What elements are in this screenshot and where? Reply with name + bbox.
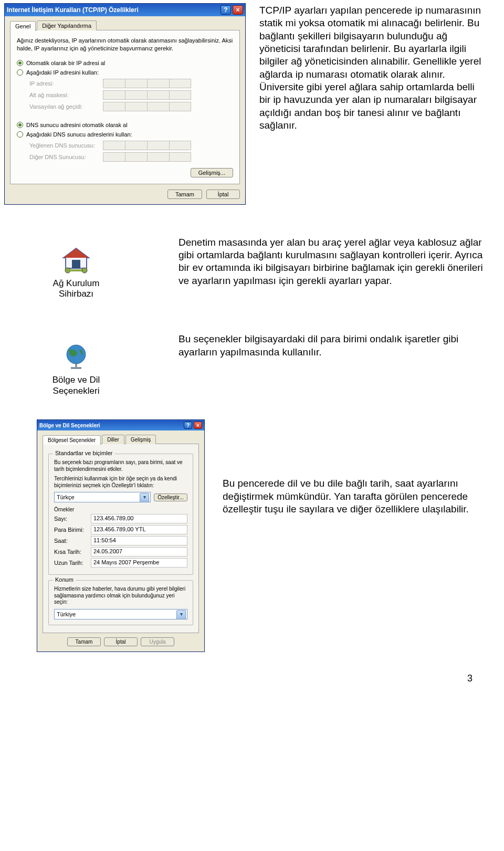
gelismis-button[interactable]: Gelişmiş... bbox=[191, 168, 233, 177]
k-para: Para Birimi: bbox=[54, 527, 91, 533]
iptal-button[interactable]: İptal bbox=[206, 190, 240, 199]
location-select-value: Türkiye bbox=[57, 611, 76, 617]
ozellestir-button[interactable]: Özelleştir... bbox=[154, 493, 187, 501]
radio-dns-auto[interactable] bbox=[17, 122, 23, 128]
v-saat: 11:50:54 bbox=[91, 536, 187, 545]
examples-title: Örnekler bbox=[54, 507, 187, 512]
svg-marker-1 bbox=[64, 248, 89, 258]
v-uzun-tarih: 24 Mayıs 2007 Perşembe bbox=[91, 558, 187, 568]
tcpip-titlebar: Internet İletişim Kuralları (TCP/IP) Öze… bbox=[5, 4, 245, 16]
tcpip-dialog: Internet İletişim Kuralları (TCP/IP) Öze… bbox=[4, 3, 246, 205]
cpl-regional[interactable]: Bölge ve Dil Seçenekleri bbox=[0, 333, 116, 398]
varsayilan-gecidi-field bbox=[103, 102, 233, 111]
radio-ip-manual-label: Aşağıdaki IP adresini kullan: bbox=[26, 69, 99, 76]
location-intro: Hizmetlerin size haberler, hava durumu g… bbox=[54, 586, 187, 606]
diger-dns-field bbox=[103, 152, 233, 162]
radio-ip-auto[interactable] bbox=[17, 60, 23, 66]
tcpip-title: Internet İletişim Kuralları (TCP/IP) Öze… bbox=[7, 6, 139, 14]
paragraph-tcpip: TCP/IP ayarları yapılan pencerede ip num… bbox=[259, 4, 488, 132]
formats-intro1: Bu seçenek bazı programların sayı, para … bbox=[54, 459, 187, 472]
v-sayi: 123.456.789,00 bbox=[91, 514, 187, 523]
radio-dns-auto-label: DNS sunucu adresini otomatik olarak al bbox=[26, 122, 128, 128]
location-select[interactable]: Türkiye bbox=[54, 609, 187, 619]
close-button[interactable]: × bbox=[233, 5, 243, 15]
label-diger-dns: Diğer DNS Sunucusu: bbox=[29, 154, 103, 160]
cpl-network-wizard[interactable]: Ağ Kurulum Sihirbazı bbox=[0, 236, 116, 302]
k-kisa-tarih: Kısa Tarih: bbox=[54, 549, 91, 555]
tab-diger-yapilandirma[interactable]: Diğer Yapılandırma bbox=[37, 20, 97, 30]
tab-diller[interactable]: Diller bbox=[102, 435, 124, 444]
radio-ip-auto-label: Otomatik olarak bir IP adresi al bbox=[26, 60, 105, 66]
iptal-button[interactable]: İptal bbox=[104, 637, 138, 646]
region-dialog: Bölge ve Dil Seçenekleri ? × Bölgesel Se… bbox=[37, 419, 205, 652]
uygula-button[interactable]: Uygula bbox=[141, 637, 174, 646]
label-alt-ag-maskesi: Alt ağ maskesi: bbox=[29, 92, 103, 98]
k-saat: Saat: bbox=[54, 538, 91, 544]
tamam-button[interactable]: Tamam bbox=[67, 637, 101, 646]
region-titlebar: Bölge ve Dil Seçenekleri ? × bbox=[37, 420, 204, 430]
house-network-icon bbox=[59, 246, 93, 274]
alt-ag-maskesi-field bbox=[103, 90, 233, 100]
paragraph-network-wizard: Denetim masasında yer alan bu araç yerel… bbox=[178, 236, 488, 287]
k-sayi: Sayı: bbox=[54, 516, 91, 522]
svg-point-3 bbox=[65, 268, 70, 273]
cpl-network-wizard-label: Ağ Kurulum Sihirbazı bbox=[37, 278, 116, 300]
paragraph-region-dialog: Bu pencerede dil ve bu dile bağlı tarih,… bbox=[223, 477, 488, 516]
label-ip-adresi: IP adresi: bbox=[29, 80, 103, 87]
region-title: Bölge ve Dil Seçenekleri bbox=[39, 423, 100, 428]
page-number: 3 bbox=[0, 652, 504, 689]
help-button[interactable]: ? bbox=[220, 5, 231, 15]
radio-dns-manual[interactable] bbox=[17, 131, 23, 138]
tcpip-intro-text: Ağınız destekliyorsa, IP ayarlarının oto… bbox=[17, 37, 233, 52]
radio-dns-manual-label: Aşağıdaki DNS sunucu adreslerini kullan: bbox=[26, 131, 132, 138]
globe-icon bbox=[59, 342, 93, 371]
close-button[interactable]: × bbox=[194, 422, 202, 429]
svg-rect-4 bbox=[70, 269, 82, 271]
ip-adresi-field bbox=[103, 79, 233, 88]
svg-point-5 bbox=[82, 268, 87, 273]
k-uzun-tarih: Uzun Tarih: bbox=[54, 560, 91, 566]
v-para: 123.456.789,00 YTL bbox=[91, 525, 187, 534]
tab-bolgesel-secenekler[interactable]: Bölgesel Seçenekler bbox=[43, 435, 101, 445]
tab-gelismis[interactable]: Gelişmiş bbox=[125, 435, 156, 444]
yeglenen-dns-field bbox=[103, 141, 233, 150]
group-formats-title: Standartlar ve biçimler bbox=[53, 450, 114, 456]
lang-select[interactable]: Türkçe bbox=[54, 492, 151, 502]
label-varsayilan-gecidi: Varsayılan ağ geçidi: bbox=[29, 103, 103, 110]
v-kisa-tarih: 24.05.2007 bbox=[91, 547, 187, 556]
formats-intro2: Tercihlerinizi kullanmak için bir öğe se… bbox=[54, 476, 187, 489]
cpl-regional-label: Bölge ve Dil Seçenekleri bbox=[37, 375, 116, 396]
lang-select-value: Türkçe bbox=[57, 494, 75, 500]
tamam-button[interactable]: Tamam bbox=[167, 190, 202, 199]
label-yeglenen-dns: Yeğlenen DNS sunucusu: bbox=[29, 142, 103, 149]
help-button[interactable]: ? bbox=[184, 422, 192, 429]
radio-ip-manual[interactable] bbox=[17, 69, 23, 76]
paragraph-regional: Bu seçenekler bilgisayardaki dil para bi… bbox=[178, 333, 488, 359]
svg-rect-2 bbox=[72, 260, 80, 268]
tab-genel[interactable]: Genel bbox=[10, 21, 36, 31]
group-location-title: Konum bbox=[53, 576, 76, 583]
